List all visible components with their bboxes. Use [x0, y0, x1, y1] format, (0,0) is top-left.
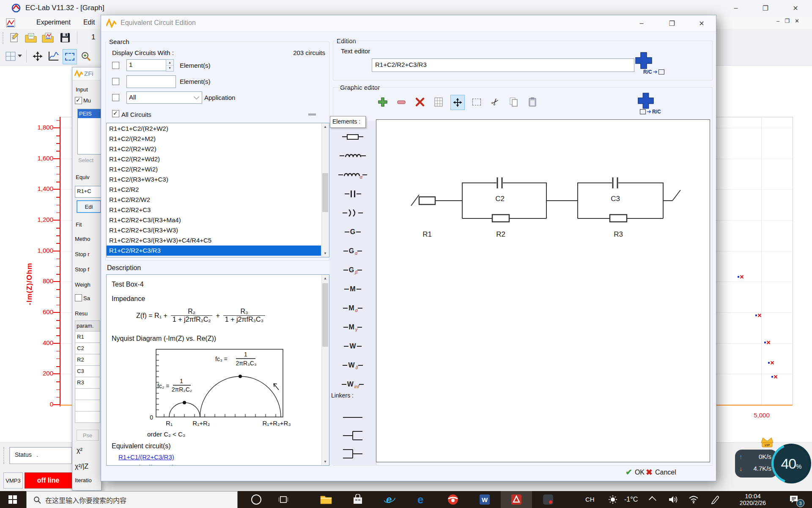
- scroll-thumb[interactable]: [322, 283, 328, 347]
- resistor-element[interactable]: [329, 130, 376, 143]
- circuit-list-item[interactable]: R1+C2/(R2+W2): [107, 144, 321, 154]
- ok-button[interactable]: ✔ OK: [625, 467, 645, 477]
- circuit-list-item[interactable]: R1+C2/R2+C3/R3: [107, 246, 321, 256]
- taskbar-app-messenger-dark[interactable]: [532, 491, 564, 508]
- move-tool[interactable]: [450, 95, 465, 110]
- zfit-param-row[interactable]: C3: [75, 366, 100, 377]
- paste-tool[interactable]: [526, 95, 539, 109]
- circuit-list-item[interactable]: R1+C1+C2/(R2+W2): [107, 124, 321, 134]
- select-tool[interactable]: [470, 95, 483, 109]
- status-handle[interactable]: [3, 447, 5, 464]
- volume-icon[interactable]: [668, 495, 678, 504]
- letter-β-element[interactable]: Gβ: [329, 264, 376, 276]
- menu-experiment[interactable]: Experiment: [36, 19, 71, 26]
- minimize-button[interactable]: –: [726, 2, 746, 14]
- scroll-thumb[interactable]: [322, 173, 328, 212]
- taskbar-search[interactable]: 在这里输入你要搜索的内容: [26, 491, 238, 508]
- linker-straight[interactable]: [329, 411, 376, 424]
- circuit-list-item[interactable]: R1+C2/R2/W2: [107, 195, 321, 205]
- letter-δ-element[interactable]: Wδ: [329, 359, 376, 372]
- tray-expand-chevron-icon[interactable]: [649, 496, 656, 504]
- letter-element[interactable]: G: [329, 226, 376, 238]
- copy-tool[interactable]: [507, 95, 521, 109]
- zfit-edit-button[interactable]: Edi: [77, 200, 101, 213]
- taskbar-app-browser-red[interactable]: [437, 491, 469, 508]
- linker-fork-left[interactable]: [329, 447, 376, 460]
- save-icon[interactable]: [59, 32, 71, 44]
- taskbar-app-word[interactable]: W: [469, 491, 500, 508]
- scroll-up-icon[interactable]: ▲: [322, 275, 329, 282]
- scroll-down-icon[interactable]: ▼: [322, 458, 329, 465]
- scroll-down-icon[interactable]: ▼: [322, 250, 329, 257]
- all-circuits-checkbox[interactable]: [112, 110, 119, 117]
- circuit-list-item[interactable]: R1+C2/(R2+Wi2): [107, 164, 321, 174]
- dialog-maximize-button[interactable]: ❐: [664, 17, 680, 30]
- graphic-to-text-icon[interactable]: [637, 92, 654, 109]
- temperature-indicator[interactable]: -1°C: [624, 496, 638, 503]
- layout-dropdown-arrow[interactable]: [18, 55, 22, 57]
- net-speed-widget[interactable]: ↑ 0K/s ↓ 4.7K/s: [735, 450, 777, 478]
- axis-scale-icon[interactable]: [47, 51, 59, 62]
- equivalent-circuit-link[interactable]: R1+C1/R2/(C3+R3): [118, 464, 174, 466]
- letter-element[interactable]: M: [329, 283, 376, 295]
- spinner-down-icon[interactable]: ▼: [166, 65, 173, 71]
- element-count2-checkbox[interactable]: [112, 78, 119, 85]
- cpe-element[interactable]: [329, 207, 376, 219]
- circuit-list-item[interactable]: R1+C2/R2: [107, 185, 321, 195]
- collapse-handle-icon[interactable]: [308, 113, 316, 116]
- letter-α-element[interactable]: Mα: [329, 302, 376, 315]
- element-count1-input[interactable]: 1: [126, 59, 168, 71]
- new-settings-icon[interactable]: [8, 32, 20, 44]
- text-to-graphic-icon[interactable]: [635, 52, 653, 69]
- cut-tool[interactable]: ✂: [488, 95, 502, 109]
- letter-γ-element[interactable]: Mγ: [329, 321, 376, 334]
- circuit-canvas[interactable]: R1 C2 R2 C3 R3: [376, 119, 710, 462]
- clock[interactable]: 10:04 2020/2/26: [730, 491, 776, 508]
- application-select[interactable]: All: [126, 91, 202, 104]
- taskbar-app-pdf-reader[interactable]: [501, 491, 532, 508]
- zfit-peis-item[interactable]: PEIS: [78, 109, 101, 118]
- circuit-list-item[interactable]: R1+C2/(R2+M2): [107, 134, 321, 144]
- zfit-param-row[interactable]: C2: [75, 343, 100, 354]
- letter-inf-element[interactable]: Winf: [329, 378, 376, 391]
- delete-tool[interactable]: [413, 95, 427, 109]
- memory-percent-ring[interactable]: 40 %: [771, 444, 811, 483]
- circuit-list-item[interactable]: R1+C2/(R3+W3+C3): [107, 174, 321, 185]
- ime-language-indicator[interactable]: CH: [585, 496, 595, 503]
- layout-grid-icon[interactable]: [5, 51, 16, 62]
- scroll-up-icon[interactable]: ▲: [322, 123, 329, 130]
- letter-α-element[interactable]: Gα: [329, 245, 376, 257]
- menu-edit[interactable]: Edit: [83, 19, 95, 26]
- zfit-techniques-list[interactable]: PEIS: [77, 109, 102, 155]
- capacitor-element[interactable]: [329, 188, 376, 200]
- zfit-sa-checkbox[interactable]: [75, 294, 82, 301]
- zfit-param-row[interactable]: R1: [75, 331, 100, 343]
- circuit-list-item[interactable]: R1+C2/R2+C3/(R3+W3): [107, 225, 321, 235]
- letter-element[interactable]: W: [329, 340, 376, 353]
- zoom-icon[interactable]: [80, 51, 91, 62]
- grid-tool[interactable]: [432, 95, 445, 109]
- circuit-list-item[interactable]: R1+C2/R2+C3/(R3+Ma4): [107, 215, 321, 225]
- start-button[interactable]: [0, 491, 25, 508]
- dialog-close-button[interactable]: ✕: [693, 17, 710, 30]
- element-count2-input[interactable]: [126, 75, 176, 88]
- linker-fork-right[interactable]: [329, 429, 376, 442]
- circuit-list-scrollbar[interactable]: ▲ ▼: [321, 123, 329, 257]
- cortana-button[interactable]: [244, 491, 269, 508]
- pan-icon[interactable]: [32, 51, 43, 62]
- pen-icon[interactable]: [710, 495, 720, 504]
- add-tool[interactable]: [376, 95, 390, 109]
- circuit-text-input[interactable]: R1+C2/R2+C3/R3: [372, 58, 634, 72]
- taskbar-app-microsoft-store[interactable]: [342, 491, 373, 508]
- inductor-α-element[interactable]: α: [329, 168, 376, 181]
- element-count1-checkbox[interactable]: [112, 62, 119, 69]
- zfit-pse-button[interactable]: Pse: [77, 430, 99, 441]
- circuit-listbox[interactable]: R1+C1+C2/(R2+W2)R1+C2/(R2+M2)R1+C2/(R2+W…: [106, 123, 329, 257]
- element-count1-spinner[interactable]: ▲ ▼: [166, 59, 174, 72]
- zfit-param-row[interactable]: R2: [75, 354, 100, 366]
- application-checkbox[interactable]: [112, 94, 119, 101]
- close-button[interactable]: ✕: [785, 2, 806, 14]
- cancel-button[interactable]: ✖ Cancel: [646, 467, 676, 477]
- child-window-controls[interactable]: –❐✕: [776, 18, 804, 24]
- taskbar-app-edge[interactable]: e: [406, 491, 437, 508]
